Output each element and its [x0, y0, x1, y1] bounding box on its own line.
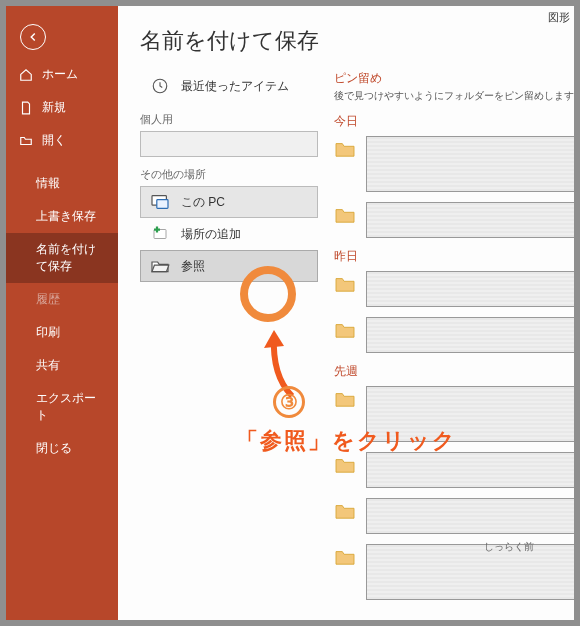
group-lastweek: 先週 [334, 363, 574, 380]
arrow-left-icon [26, 30, 40, 44]
personal-placeholder[interactable] [140, 131, 318, 157]
sidebar-item-label: 上書き保存 [36, 208, 96, 225]
this-pc[interactable]: この PC [140, 186, 318, 218]
add-location[interactable]: 場所の追加 [140, 218, 318, 250]
sidebar-item-export[interactable]: エクスポート [6, 382, 118, 432]
folder-row[interactable] [334, 386, 574, 442]
folder-row[interactable] [334, 136, 574, 192]
main-area: 図形 名前を付けて保存 最近使ったアイテム 個人用 その他の場所 [118, 6, 574, 620]
sidebar-item-overwrite[interactable]: 上書き保存 [6, 200, 118, 233]
folder-thumb [366, 386, 574, 442]
group-older: しっらく前 [484, 540, 534, 554]
folder-thumb [366, 317, 574, 353]
folder-icon [334, 140, 356, 158]
sidebar-item-label: ホーム [42, 66, 78, 83]
folder-row[interactable] [334, 202, 574, 238]
folder-icon [334, 390, 356, 408]
svg-rect-3 [154, 230, 166, 239]
folder-thumb [366, 136, 574, 192]
page-title: 名前を付けて保存 [118, 26, 574, 70]
open-folder-icon [18, 133, 34, 149]
sidebar-item-label: 閉じる [36, 440, 72, 457]
locations-column: 最近使ったアイテム 個人用 その他の場所 この PC [118, 70, 318, 610]
folder-row[interactable] [334, 452, 574, 488]
sidebar-item-open[interactable]: 開く [6, 124, 118, 157]
folder-row[interactable] [334, 271, 574, 307]
sidebar-item-share[interactable]: 共有 [6, 349, 118, 382]
folder-icon [334, 206, 356, 224]
back-button[interactable] [20, 24, 46, 50]
add-location-icon [149, 225, 171, 243]
folder-icon [334, 321, 356, 339]
recent-label: 最近使ったアイテム [181, 78, 289, 95]
sidebar: ホーム 新規 開く 情報 [6, 6, 118, 620]
clock-icon [149, 77, 171, 95]
this-pc-label: この PC [181, 194, 225, 211]
folder-row[interactable] [334, 317, 574, 353]
folder-thumb [366, 452, 574, 488]
home-icon [18, 67, 34, 83]
browse-label: 参照 [181, 258, 205, 275]
sidebar-item-label: 開く [42, 132, 66, 149]
sidebar-item-label: 情報 [36, 175, 60, 192]
folder-thumb [366, 202, 574, 238]
sidebar-item-label: 新規 [42, 99, 66, 116]
folder-thumb [366, 544, 574, 600]
svg-rect-2 [157, 200, 168, 209]
sidebar-item-label: 履歴 [36, 291, 60, 308]
add-location-label: 場所の追加 [181, 226, 241, 243]
folder-icon [334, 502, 356, 520]
new-file-icon [18, 100, 34, 116]
other-section-label: その他の場所 [140, 167, 318, 182]
sidebar-item-label: 共有 [36, 357, 60, 374]
back-area [6, 6, 118, 58]
sidebar-item-history[interactable]: 履歴 [6, 283, 118, 316]
pc-icon [149, 193, 171, 211]
sidebar-item-label: エクスポート [36, 390, 106, 424]
recent-folders-column: ピン留め 後で見つけやすいようにフォルダーをピン留めします。フォルダーにマウス … [318, 70, 574, 610]
personal-section-label: 個人用 [140, 112, 318, 127]
sidebar-item-close[interactable]: 閉じる [6, 432, 118, 465]
folder-icon [334, 548, 356, 566]
recent-items[interactable]: 最近使ったアイテム [140, 70, 318, 102]
folder-icon [334, 275, 356, 293]
sidebar-item-label: 名前を付けて保存 [36, 241, 106, 275]
window-tag: 図形 [548, 10, 570, 25]
group-yesterday: 昨日 [334, 248, 574, 265]
sidebar-item-new[interactable]: 新規 [6, 91, 118, 124]
group-today: 今日 [334, 113, 574, 130]
pin-note: 後で見つけやすいようにフォルダーをピン留めします。フォルダーにマウス オ [334, 89, 574, 103]
folder-row[interactable] [334, 498, 574, 534]
pin-title: ピン留め [334, 70, 574, 87]
folder-thumb [366, 271, 574, 307]
sidebar-item-home[interactable]: ホーム [6, 58, 118, 91]
sidebar-item-label: 印刷 [36, 324, 60, 341]
sidebar-item-info[interactable]: 情報 [6, 167, 118, 200]
folder-row[interactable] [334, 544, 574, 600]
folder-thumb [366, 498, 574, 534]
folder-open-icon [149, 257, 171, 275]
folder-icon [334, 456, 356, 474]
browse[interactable]: 参照 [140, 250, 318, 282]
sidebar-item-saveas[interactable]: 名前を付けて保存 [6, 233, 118, 283]
sidebar-item-print[interactable]: 印刷 [6, 316, 118, 349]
